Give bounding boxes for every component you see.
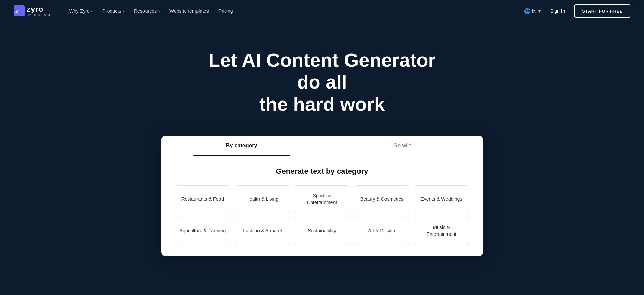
sign-in-button[interactable]: Sign In bbox=[546, 5, 569, 16]
start-for-free-button[interactable]: START FOR FREE bbox=[574, 4, 630, 18]
category-music-entertainment[interactable]: Music & Entertainment bbox=[414, 217, 469, 245]
zyro-logo-icon: Z bbox=[14, 5, 25, 16]
category-agriculture-farming[interactable]: Agriculture & Farming bbox=[175, 217, 230, 245]
category-sustainability[interactable]: Sustainability bbox=[294, 217, 350, 245]
logo-sub: BY HOSTINGER bbox=[27, 14, 54, 17]
category-fashion-apparel[interactable]: Fashion & Apparel bbox=[235, 217, 290, 245]
nav-resources[interactable]: Resources ▾ bbox=[130, 5, 164, 16]
tab-go-wild[interactable]: Go wild bbox=[322, 136, 483, 156]
navbar-left: Z zyro BY HOSTINGER Why Zyro ▾ Products … bbox=[14, 5, 237, 17]
chevron-down-icon: ▾ bbox=[123, 9, 124, 13]
chevron-down-icon: ▾ bbox=[91, 9, 93, 13]
category-restaurants-food[interactable]: Restaurants & Food bbox=[175, 185, 230, 213]
logo[interactable]: Z zyro BY HOSTINGER bbox=[14, 5, 54, 17]
nav-website-templates[interactable]: Website templates bbox=[165, 5, 213, 16]
hero-section: Let AI Content Generator do all the hard… bbox=[0, 22, 644, 136]
tab-bar: By category Go wild bbox=[161, 136, 483, 156]
category-beauty-cosmetics[interactable]: Beauty & Cosmetics bbox=[354, 185, 409, 213]
nav-links: Why Zyro ▾ Products ▾ Resources ▾ Websit… bbox=[65, 5, 237, 16]
nav-products[interactable]: Products ▾ bbox=[98, 5, 128, 16]
category-sports-entertainment[interactable]: Sports & Entertainment bbox=[294, 185, 350, 213]
chevron-down-icon: ▾ bbox=[158, 9, 160, 13]
navbar-right: 🌐 IN ▾ Sign In START FOR FREE bbox=[524, 4, 630, 18]
nav-pricing[interactable]: Pricing bbox=[214, 5, 237, 16]
svg-text:Z: Z bbox=[15, 9, 18, 14]
category-section: Generate text by category Restaurants & … bbox=[161, 156, 483, 245]
logo-text: zyro BY HOSTINGER bbox=[27, 5, 54, 17]
tab-by-category[interactable]: By category bbox=[161, 136, 322, 156]
globe-icon: 🌐 bbox=[524, 8, 531, 14]
category-card: By category Go wild Generate text by cat… bbox=[161, 136, 483, 256]
category-events-weddings[interactable]: Events & Weddings bbox=[414, 185, 469, 213]
hero-title: Let AI Content Generator do all the hard… bbox=[202, 49, 442, 115]
category-grid: Restaurants & Food Health & Living Sport… bbox=[175, 185, 469, 245]
locale-selector[interactable]: 🌐 IN ▾ bbox=[524, 8, 541, 14]
chevron-down-icon: ▾ bbox=[538, 8, 541, 14]
category-art-design[interactable]: Art & Design bbox=[354, 217, 409, 245]
card-section: By category Go wild Generate text by cat… bbox=[0, 136, 644, 269]
nav-why-zyro[interactable]: Why Zyro ▾ bbox=[65, 5, 97, 16]
category-health-living[interactable]: Health & Living bbox=[235, 185, 290, 213]
navbar: Z zyro BY HOSTINGER Why Zyro ▾ Products … bbox=[0, 0, 644, 22]
category-section-title: Generate text by category bbox=[175, 167, 469, 176]
logo-name: zyro bbox=[27, 5, 54, 13]
